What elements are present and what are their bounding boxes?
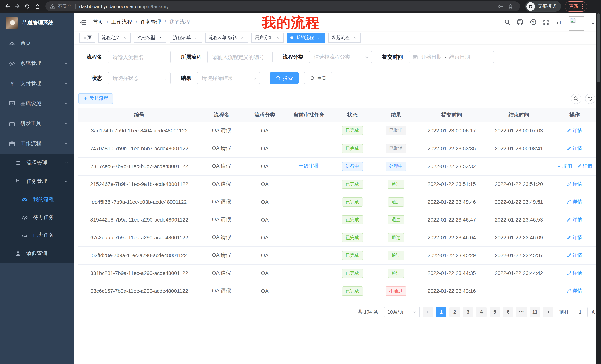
page-button-11[interactable]: 11: [530, 307, 540, 317]
trash-icon: [557, 164, 561, 168]
detail-action[interactable]: 详情: [577, 163, 592, 170]
page-size-select[interactable]: 10条/页: [384, 307, 420, 317]
close-icon[interactable]: ×: [158, 35, 163, 40]
close-icon[interactable]: ×: [122, 35, 127, 40]
detail-action[interactable]: 详情: [567, 234, 582, 241]
chevron-down-icon: [64, 61, 68, 66]
update-button[interactable]: 更新: [565, 1, 587, 11]
prev-page-button[interactable]: [423, 307, 433, 317]
reload-icon[interactable]: [22, 1, 32, 11]
home-icon[interactable]: [32, 1, 42, 11]
detail-action[interactable]: 详情: [567, 216, 582, 223]
sidebar-item-infra[interactable]: 基础设施: [0, 94, 74, 114]
cell-submit-time: 2022-01-23 00:06:17: [418, 122, 485, 140]
tab-user-group[interactable]: 用户分组×: [251, 33, 284, 42]
detail-action[interactable]: 详情: [567, 199, 582, 205]
refresh-table-button[interactable]: [585, 93, 595, 104]
back-icon[interactable]: [2, 1, 12, 11]
avatar-caret-icon[interactable]: [591, 21, 595, 27]
cell-name: OA 请假: [200, 157, 243, 175]
tab-process-form[interactable]: 流程表单×: [170, 33, 202, 42]
reset-button[interactable]: 重置: [304, 72, 332, 84]
tab-process-model[interactable]: 流程模型×: [134, 33, 166, 42]
select-placeholder: 请选择状态: [112, 75, 139, 81]
sidebar-item-todo-tasks[interactable]: 待办任务: [0, 209, 74, 226]
header-search-icon[interactable]: [504, 19, 510, 25]
toggle-search-button[interactable]: [571, 93, 581, 104]
eye-icon: [21, 214, 28, 220]
status-select[interactable]: 请选择状态: [108, 72, 171, 84]
font-size-icon[interactable]: [556, 19, 562, 25]
sidebar-item-home[interactable]: 首页: [0, 33, 74, 53]
close-icon[interactable]: ×: [316, 35, 322, 40]
cancel-action[interactable]: 取消: [557, 163, 572, 170]
tab-process-definition[interactable]: 流程定义×: [99, 33, 131, 42]
search-button[interactable]: 搜索: [270, 72, 299, 84]
sidebar-item-process-management[interactable]: 流程管理: [0, 153, 74, 172]
tab-label: 发起流程: [332, 35, 350, 41]
page-button-1[interactable]: 1: [436, 307, 446, 317]
process-name-input[interactable]: [108, 51, 171, 63]
logo-row[interactable]: 芋道管理系统: [0, 13, 74, 33]
forward-icon[interactable]: [12, 1, 22, 11]
cell-submit-time: 2022-01-22 23:46:04: [418, 229, 485, 246]
bookmark-star-icon[interactable]: [506, 1, 516, 11]
tab-home[interactable]: 首页: [80, 33, 95, 42]
tab-my-process[interactable]: 我的流程×: [287, 33, 325, 42]
sidebar-item-system[interactable]: 系统管理: [0, 53, 74, 74]
scrollbar-thumb[interactable]: [597, 13, 600, 82]
docs-help-icon[interactable]: [530, 19, 536, 25]
breadcrumb-workflow[interactable]: 工作流程: [111, 19, 132, 25]
close-icon[interactable]: ×: [240, 35, 245, 40]
address-bar[interactable]: 不安全 dashboard.yudao.iocoder.cn /bpm/task…: [45, 1, 520, 11]
detail-action[interactable]: 详情: [567, 252, 582, 259]
process-category-select[interactable]: 请选择流程分类: [309, 51, 372, 63]
page-button-6[interactable]: 6: [503, 307, 513, 317]
goto-page-input[interactable]: [573, 307, 588, 317]
breadcrumb-home[interactable]: 首页: [93, 19, 103, 25]
process-definition-input[interactable]: [207, 51, 273, 63]
password-key-icon[interactable]: [496, 1, 506, 11]
detail-action[interactable]: 详情: [567, 145, 582, 152]
start-process-button[interactable]: 发起流程: [78, 93, 113, 104]
page-button-5[interactable]: 5: [490, 307, 500, 317]
select-placeholder: 请选择流程分类: [314, 54, 350, 60]
hamburger-icon[interactable]: [77, 17, 88, 28]
sidebar-item-done-tasks[interactable]: 已办任务: [0, 226, 74, 244]
detail-action[interactable]: 详情: [567, 127, 582, 134]
cell-category: OA: [243, 122, 287, 140]
breadcrumb-task-management[interactable]: 任务管理: [140, 19, 161, 25]
page-button-3[interactable]: 3: [463, 307, 473, 317]
page-button-2[interactable]: 2: [450, 307, 460, 317]
filter-row-1: 流程名 所属流程 流程分类 请选择流程分类: [78, 51, 597, 63]
sidebar-item-devtools[interactable]: 研发工具: [0, 114, 74, 134]
fullscreen-icon[interactable]: [543, 19, 549, 25]
page-button-4[interactable]: 4: [476, 307, 487, 317]
cell-submit-time: 2022-01-22 23:45:29: [418, 246, 485, 264]
tab-process-form-edit[interactable]: 流程表单-编辑×: [205, 33, 248, 42]
result-select[interactable]: 请选择流结果: [197, 72, 260, 84]
detail-action[interactable]: 详情: [567, 181, 582, 187]
avatar[interactable]: [569, 16, 584, 31]
close-icon[interactable]: ×: [275, 35, 280, 40]
cell-actions: 详情: [552, 282, 597, 300]
submit-time-range[interactable]: 开始日期 - 结束日期: [409, 51, 494, 63]
sidebar-item-leave-query[interactable]: 请假查询: [0, 244, 74, 263]
sidebar-item-task-management[interactable]: 任务管理: [0, 172, 74, 191]
close-icon[interactable]: ×: [193, 35, 199, 40]
close-icon[interactable]: ×: [352, 35, 357, 40]
tab-start-process[interactable]: 发起流程×: [328, 33, 361, 42]
task-link[interactable]: 一级审批: [299, 163, 319, 169]
sidebar-item-my-process[interactable]: 我的流程: [0, 191, 74, 209]
sidebar-item-payment[interactable]: ¥ 支付管理: [0, 74, 74, 94]
detail-action[interactable]: 详情: [567, 270, 582, 277]
sidebar-item-workflow[interactable]: 工作流程: [0, 134, 74, 153]
github-icon[interactable]: [517, 19, 523, 25]
browser-menu-icon[interactable]: [582, 4, 583, 9]
window-scrollbar[interactable]: [596, 13, 601, 364]
next-page-button[interactable]: [543, 307, 553, 317]
screen: 不安全 dashboard.yudao.iocoder.cn /bpm/task…: [0, 0, 601, 364]
detail-action[interactable]: 详情: [567, 287, 582, 294]
page-more-button[interactable]: •••: [516, 307, 527, 317]
cell-status: 已完成: [331, 140, 374, 157]
